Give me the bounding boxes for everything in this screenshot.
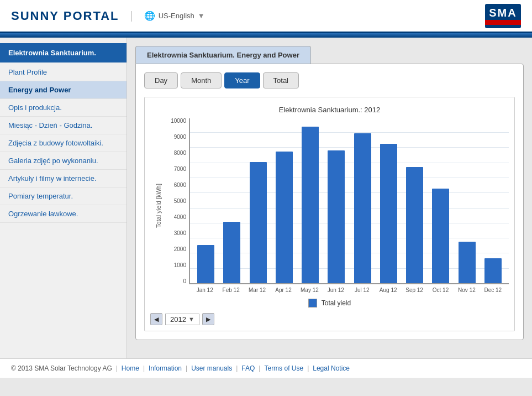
content-box: Day Month Year Total Elektrownia Sanktua… bbox=[135, 64, 524, 340]
x-label-1: Feb 12 bbox=[218, 287, 244, 293]
copyright-text: © 2013 SMA Solar Technology AG bbox=[11, 364, 112, 372]
x-label-7: Aug 12 bbox=[375, 287, 401, 293]
footer: © 2013 SMA Solar Technology AG | Home | … bbox=[0, 358, 532, 378]
chart-x-labels: Jan 12Feb 12Mar 12Apr 12May 12Jun 12Jul … bbox=[189, 287, 509, 293]
sidebar-item-artykuly[interactable]: Artykuły i filmy w internecie. bbox=[0, 170, 127, 187]
bar-sep12 bbox=[406, 167, 423, 283]
y-tick-2000: 2000 bbox=[167, 247, 186, 252]
bars-and-labels: Jan 12Feb 12Mar 12Apr 12May 12Jun 12Jul … bbox=[189, 118, 509, 293]
sep-2: | bbox=[143, 364, 145, 372]
year-value: 2012 bbox=[170, 315, 186, 324]
bar-group-10 bbox=[454, 118, 480, 283]
y-tick-7000: 7000 bbox=[167, 166, 186, 172]
bar-group-9 bbox=[428, 118, 454, 283]
bar-group-0 bbox=[193, 118, 219, 283]
tab-day[interactable]: Day bbox=[144, 72, 178, 88]
legend-label: Total yield bbox=[322, 299, 351, 307]
content-area: Elektrownia Sanktuarium. Energy and Powe… bbox=[127, 38, 532, 358]
bar-group-11 bbox=[480, 118, 506, 283]
panel-header-tab: Elektrownia Sanktuarium. Energy and Powe… bbox=[135, 46, 311, 64]
chart-legend: Total yield bbox=[150, 299, 509, 308]
year-prev-btn[interactable]: ◀ bbox=[150, 313, 162, 325]
y-tick-labels: 0 1000 2000 3000 4000 5000 6000 7000 800… bbox=[167, 118, 189, 284]
sidebar-item-miesiac[interactable]: Miesiąc - Dzień - Godzina. bbox=[0, 117, 127, 134]
logo-text: SMA bbox=[489, 7, 517, 18]
x-label-4: May 12 bbox=[297, 287, 323, 293]
y-tick-4000: 4000 bbox=[167, 215, 186, 220]
x-label-6: Jul 12 bbox=[349, 287, 375, 293]
language-selector[interactable]: 🌐 US-English ▼ bbox=[144, 11, 205, 21]
bar-group-4 bbox=[297, 118, 323, 283]
x-label-2: Mar 12 bbox=[244, 287, 270, 293]
x-label-11: Dec 12 bbox=[480, 287, 506, 293]
main-layout: Elektrownia Sanktuarium. Plant Profile E… bbox=[0, 38, 532, 358]
sidebar: Elektrownia Sanktuarium. Plant Profile E… bbox=[0, 38, 127, 358]
bar-group-2 bbox=[245, 118, 271, 283]
x-label-0: Jan 12 bbox=[192, 287, 218, 293]
sidebar-item-energy-power[interactable]: Energy and Power bbox=[0, 81, 127, 99]
x-label-8: Sep 12 bbox=[401, 287, 427, 293]
bar-nov12 bbox=[459, 242, 476, 283]
chart-bars-area bbox=[189, 118, 509, 284]
year-dropdown-icon[interactable]: ▼ bbox=[188, 316, 194, 322]
tab-year[interactable]: Year bbox=[224, 72, 260, 88]
time-tabs: Day Month Year Total bbox=[144, 72, 515, 88]
sep-6: | bbox=[307, 364, 309, 372]
y-axis-label: Total yield [kWh] bbox=[150, 118, 167, 293]
bar-group-3 bbox=[271, 118, 297, 283]
sidebar-item-zdjecia[interactable]: Zdjęcia z budowy fotowoltaiki. bbox=[0, 134, 127, 152]
y-tick-1000: 1000 bbox=[167, 263, 186, 268]
panel-title: Elektrownia Sanktuarium. Energy and Powe… bbox=[147, 51, 299, 59]
footer-link-terms[interactable]: Terms of Use bbox=[264, 364, 303, 372]
header: SUNNY PORTAL | 🌐 US-English ▼ SMA bbox=[0, 0, 532, 33]
sidebar-item-opis[interactable]: Opis i produkcja. bbox=[0, 99, 127, 117]
sep-3: | bbox=[186, 364, 187, 372]
footer-link-home[interactable]: Home bbox=[122, 364, 139, 372]
bar-group-6 bbox=[350, 118, 376, 283]
sep-5: | bbox=[259, 364, 260, 372]
brand-title: SUNNY PORTAL bbox=[11, 9, 119, 23]
blue-accent-bar bbox=[0, 33, 532, 38]
chart-title: Elektrownia Sanktuarium.: 2012 bbox=[150, 106, 509, 114]
y-tick-8000: 8000 bbox=[167, 150, 186, 156]
chevron-down-icon: ▼ bbox=[198, 12, 205, 20]
y-tick-9000: 9000 bbox=[167, 134, 186, 140]
year-display: 2012 ▼ bbox=[165, 314, 199, 325]
year-navigator: ◀ 2012 ▼ ▶ ⚙ bbox=[150, 313, 509, 325]
bar-oct12 bbox=[432, 189, 449, 283]
sep-4: | bbox=[236, 364, 238, 372]
bar-jan12 bbox=[197, 245, 214, 283]
y-tick-10000: 10000 bbox=[167, 118, 186, 124]
logo-red-bar bbox=[485, 20, 521, 25]
x-label-9: Oct 12 bbox=[428, 287, 454, 293]
sidebar-item-ogrzewanie[interactable]: Ogrzewanie ławkowe. bbox=[0, 205, 127, 223]
y-tick-5000: 5000 bbox=[167, 199, 186, 204]
tab-total[interactable]: Total bbox=[263, 72, 299, 88]
y-tick-3000: 3000 bbox=[167, 231, 186, 236]
legend-color-box bbox=[308, 299, 317, 308]
bar-may12 bbox=[302, 127, 319, 284]
sma-logo: SMA bbox=[485, 4, 521, 28]
sidebar-item-galeria[interactable]: Galeria zdjęć po wykonaniu. bbox=[0, 152, 127, 170]
sep-1: | bbox=[116, 364, 118, 372]
tab-month[interactable]: Month bbox=[181, 72, 222, 88]
footer-link-user-manuals[interactable]: User manuals bbox=[191, 364, 232, 372]
bar-jul12 bbox=[354, 133, 371, 284]
x-label-3: Apr 12 bbox=[270, 287, 296, 293]
globe-icon: 🌐 bbox=[144, 11, 155, 21]
bar-jun12 bbox=[328, 150, 345, 283]
bar-mar12 bbox=[250, 162, 267, 283]
sidebar-item-pomiary[interactable]: Pomiary temperatur. bbox=[0, 187, 127, 205]
footer-link-legal[interactable]: Legal Notice bbox=[313, 364, 350, 372]
year-next-btn[interactable]: ▶ bbox=[202, 313, 214, 325]
footer-link-faq[interactable]: FAQ bbox=[241, 364, 255, 372]
x-label-5: Jun 12 bbox=[323, 287, 349, 293]
lang-text: US-English bbox=[159, 12, 194, 20]
bar-group-1 bbox=[219, 118, 245, 283]
y-tick-6000: 6000 bbox=[167, 183, 186, 188]
y-tick-0: 0 bbox=[167, 279, 186, 284]
sidebar-item-plant-profile[interactable]: Plant Profile bbox=[0, 64, 127, 81]
bar-aug12 bbox=[380, 144, 397, 283]
footer-link-information[interactable]: Information bbox=[149, 364, 182, 372]
bar-apr12 bbox=[276, 152, 293, 284]
